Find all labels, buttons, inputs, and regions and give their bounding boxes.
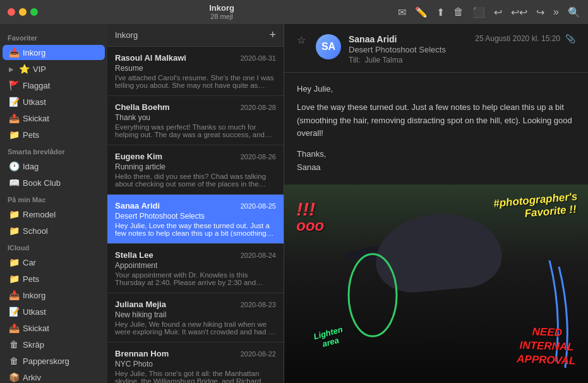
- more-icon[interactable]: »: [553, 6, 559, 18]
- compose-button[interactable]: +: [269, 28, 276, 42]
- message-sender: Sanaa Aridi: [115, 201, 160, 210]
- archive-box-icon: 📦: [9, 372, 19, 382]
- sidebar-item-utkast-icloud[interactable]: 📝 Utkast: [3, 304, 105, 319]
- sidebar-item-label: Inkorg: [23, 291, 45, 300]
- archive-icon[interactable]: ⬆: [436, 6, 445, 18]
- message-preview: Hello there, did you see this? Chad was …: [115, 173, 276, 188]
- message-item[interactable]: Rasoul Al Malkawi 2020-08-31 Resume I've…: [107, 47, 284, 96]
- star-icon: ⭐: [19, 64, 29, 74]
- sidebar-item-remodel[interactable]: 📁 Remodel: [3, 207, 105, 222]
- sidebar-item-inkorg-icloud[interactable]: 📥 Inkorg: [3, 288, 105, 303]
- delete-icon[interactable]: 🗑: [453, 6, 464, 18]
- message-item[interactable]: Brennan Hom 2020-08-22 NYC Photo Hey Jul…: [107, 343, 284, 383]
- compose-icon[interactable]: ✉: [398, 6, 406, 18]
- message-date: 2020-08-31: [241, 54, 276, 62]
- sidebar-item-book-club[interactable]: 📖 Book Club: [3, 175, 105, 190]
- trash-icon: 🗑: [9, 356, 19, 366]
- sidebar-item-utkast[interactable]: 📝 Utkast: [3, 94, 105, 109]
- sidebar-item-pets-icloud[interactable]: 📁 Pets: [3, 271, 105, 286]
- message-date: 2020-08-28: [241, 104, 276, 111]
- sidebar-item-label: Skickat: [23, 324, 49, 333]
- sidebar-item-car[interactable]: 📁 Car: [3, 255, 105, 270]
- message-preview: Your appointment with Dr. Knowles is thi…: [115, 271, 276, 286]
- message-date: 2020-08-26: [241, 153, 276, 161]
- avatar: SA: [316, 34, 341, 59]
- folder-icon: 📁: [9, 257, 19, 267]
- message-sender: Rasoul Al Malkawi: [115, 53, 186, 63]
- toolbar: ✉ ✏️ ⬆ 🗑 ⬛ ↩ ↩↩ ↪ » 🔍: [398, 6, 580, 18]
- message-item[interactable]: Eugene Kim 2020-08-26 Running article He…: [107, 145, 284, 195]
- detail-subject: Desert Photoshoot Selects: [349, 45, 467, 54]
- sidebar-item-inkorg[interactable]: 📥 Inkorg: [3, 45, 105, 60]
- reply-all-icon[interactable]: ↩↩: [511, 6, 527, 18]
- hat-shape: [372, 209, 505, 295]
- folder-icon: 📁: [9, 209, 19, 219]
- message-list: Inkorg + Rasoul Al Malkawi 2020-08-31 Re…: [107, 24, 284, 383]
- star-favorite-icon[interactable]: ☆: [297, 34, 306, 46]
- edit-icon[interactable]: ✏️: [415, 6, 428, 18]
- section-header-pa-min-mac: På min Mac: [0, 191, 107, 206]
- sidebar-item-school[interactable]: 📁 School: [3, 223, 105, 238]
- fullscreen-button[interactable]: [30, 8, 38, 16]
- sidebar-item-idag[interactable]: 🕐 Idag: [3, 159, 105, 174]
- sidebar-item-label: Utkast: [23, 307, 46, 317]
- message-sender: Juliana Mejia: [115, 300, 166, 309]
- window-title: Inkorg 28 mejl: [45, 3, 398, 21]
- sidebar-item-skrap[interactable]: 🗑 Skräp: [3, 337, 105, 352]
- detail-sender: Sanaa Aridi: [349, 34, 467, 44]
- clock-icon: 🕐: [9, 161, 19, 171]
- message-list-scroll[interactable]: Rasoul Al Malkawi 2020-08-31 Resume I've…: [107, 47, 284, 383]
- sidebar-item-label: Arkiv: [23, 373, 41, 382]
- message-item[interactable]: Juliana Mejia 2020-08-23 New hiking trai…: [107, 293, 284, 343]
- draft-icon: 📝: [9, 307, 19, 317]
- detail-header: ☆ SA Sanaa Aridi Desert Photoshoot Selec…: [284, 24, 588, 73]
- message-sender: Brennan Hom: [115, 349, 169, 358]
- inbox-icon: 📥: [9, 290, 19, 300]
- message-preview: Hey Julie, Love the way these turned out…: [115, 222, 276, 237]
- approval-annotation: NEED INTERNAL APPROVAL: [516, 324, 576, 368]
- detail-meta: Sanaa Aridi Desert Photoshoot Selects Ti…: [349, 34, 467, 64]
- sidebar-item-flaggat[interactable]: 🚩 Flaggat: [3, 78, 105, 93]
- expand-arrow-icon: ▶: [9, 66, 14, 73]
- sidebar: Favoriter 📥 Inkorg ▶ ⭐ VIP 🚩 Flaggat 📝 U…: [0, 24, 107, 383]
- folder-icon: 📁: [9, 274, 19, 284]
- message-list-title: Inkorg: [115, 30, 138, 40]
- exclamation-annotation: !!! ooo: [296, 200, 324, 234]
- sidebar-item-skickat-icloud[interactable]: 📤 Skickat: [3, 320, 105, 336]
- message-preview: I've attached Carol's resume. She's the …: [115, 74, 276, 89]
- message-item[interactable]: Chella Boehm 2020-08-28 Thank you Everyt…: [107, 96, 284, 145]
- sidebar-item-pets[interactable]: 📁 Pets: [3, 127, 105, 142]
- sidebar-item-papperskorg[interactable]: 🗑 Papperskorg: [3, 353, 105, 368]
- detail-to: Till: Julie Talma: [349, 56, 467, 64]
- message-preview: Hey Julie, This one's got it all: the Ma…: [115, 370, 276, 383]
- message-list-header: Inkorg +: [107, 24, 284, 47]
- message-item[interactable]: Stella Lee 2020-08-24 Appointment Your a…: [107, 244, 284, 293]
- message-item-selected[interactable]: Sanaa Aridi 2020-08-25 Desert Photoshoot…: [107, 195, 284, 244]
- sidebar-item-label: Flaggat: [23, 81, 50, 90]
- close-button[interactable]: [8, 8, 15, 16]
- section-header-icloud: ICloud: [0, 239, 107, 254]
- sidebar-item-label: Skickat: [23, 114, 49, 123]
- folder-move-icon[interactable]: ⬛: [472, 6, 485, 18]
- detail-image: !!! ooo #photographer's Favorite !! NEED…: [284, 185, 588, 383]
- detail-body: Hey Julie, Love the way these turned out…: [284, 73, 588, 383]
- sidebar-item-skickat[interactable]: 📤 Skickat: [3, 111, 105, 126]
- sent-icon: 📤: [9, 323, 19, 333]
- sidebar-item-label: Skräp: [23, 340, 44, 350]
- sidebar-item-label: School: [23, 226, 48, 236]
- title-bar: Inkorg 28 mejl ✉ ✏️ ⬆ 🗑 ⬛ ↩ ↩↩ ↪ » 🔍: [0, 0, 588, 24]
- sidebar-item-label: Car: [23, 258, 36, 267]
- sidebar-item-vip[interactable]: ▶ ⭐ VIP: [3, 61, 105, 76]
- sidebar-item-arkiv[interactable]: 📦 Arkiv: [3, 370, 105, 383]
- search-icon[interactable]: 🔍: [568, 6, 580, 18]
- attachment-indicator-icon: 📎: [565, 34, 575, 44]
- traffic-lights: [8, 8, 38, 16]
- message-subject: Thank you: [115, 113, 276, 122]
- forward-icon[interactable]: ↪: [536, 6, 544, 18]
- minimize-button[interactable]: [19, 8, 27, 16]
- draft-icon: 📝: [9, 97, 19, 107]
- reply-icon[interactable]: ↩: [494, 6, 502, 18]
- main-layout: Favoriter 📥 Inkorg ▶ ⭐ VIP 🚩 Flaggat 📝 U…: [0, 24, 588, 383]
- sent-icon: 📤: [9, 113, 19, 123]
- message-date: 2020-08-22: [241, 350, 276, 358]
